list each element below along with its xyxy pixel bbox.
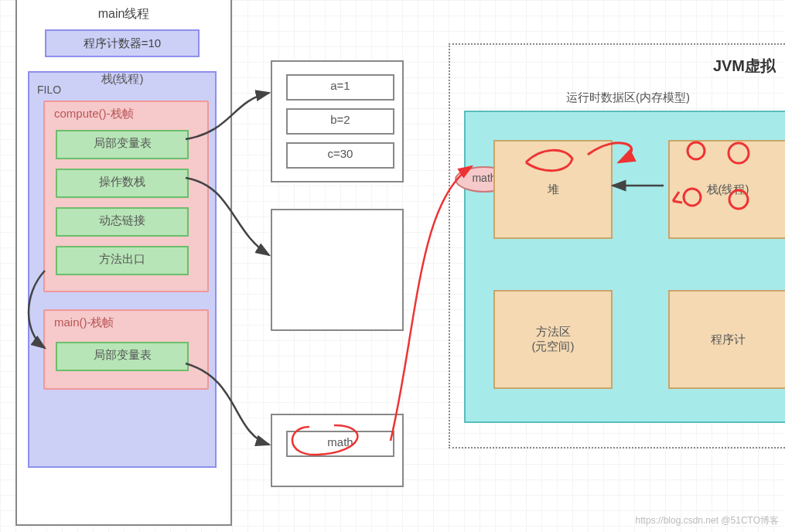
method-area-label: 方法区 (元空间) [532, 325, 575, 354]
frame-title: compute()-栈帧 [54, 107, 134, 121]
var-row: b=2 [286, 108, 394, 135]
detail-box-math: math [271, 414, 404, 487]
runtime-title: 运行时数据区(内存模型) [466, 90, 785, 105]
stack-title: 栈(线程) [29, 72, 215, 87]
runtime-data-area: 运行时数据区(内存模型) math 堆 栈(线程) 方法区 (元空间) 程序计 [464, 111, 785, 423]
slot-return-addr: 方法出口 [56, 246, 189, 275]
jvm-panel: JVM虚拟 运行时数据区(内存模型) math 堆 栈(线程) 方法区 (元空间… [449, 43, 785, 448]
frame-title: main()-栈帧 [54, 315, 114, 330]
pc-register-box: 程序计 [668, 290, 785, 389]
stack-frame-main: main()-栈帧 局部变量表 [43, 309, 209, 390]
watermark: https://blog.csdn.net @51CTO博客 [636, 514, 779, 527]
slot-local-vars: 局部变量表 [56, 342, 189, 371]
var-row: a=1 [286, 74, 394, 101]
detail-box-empty [271, 209, 404, 331]
slot-local-vars: 局部变量表 [56, 130, 189, 159]
slot-operand-stack: 操作数栈 [56, 169, 189, 198]
stack-box: 栈(线程) [668, 140, 785, 239]
stack-frame-compute: compute()-栈帧 局部变量表 操作数栈 动态链接 方法出口 [43, 101, 209, 292]
program-counter-box: 程序计数器=10 [45, 29, 200, 57]
thread-stack: FILO 栈(线程) compute()-栈帧 局部变量表 操作数栈 动态链接 … [28, 71, 217, 468]
jvm-title: JVM虚拟 [713, 56, 776, 77]
slot-dynamic-link: 动态链接 [56, 207, 189, 237]
math-row: math [286, 431, 394, 457]
detail-box-vars: a=1 b=2 c=30 [271, 60, 404, 182]
heap-box: 堆 [493, 140, 613, 239]
var-row: c=30 [286, 142, 394, 169]
main-thread-title: main线程 [17, 6, 230, 22]
method-area-box: 方法区 (元空间) [493, 290, 613, 389]
diagram-canvas: main线程 程序计数器=10 FILO 栈(线程) compute()-栈帧 … [0, 0, 785, 532]
